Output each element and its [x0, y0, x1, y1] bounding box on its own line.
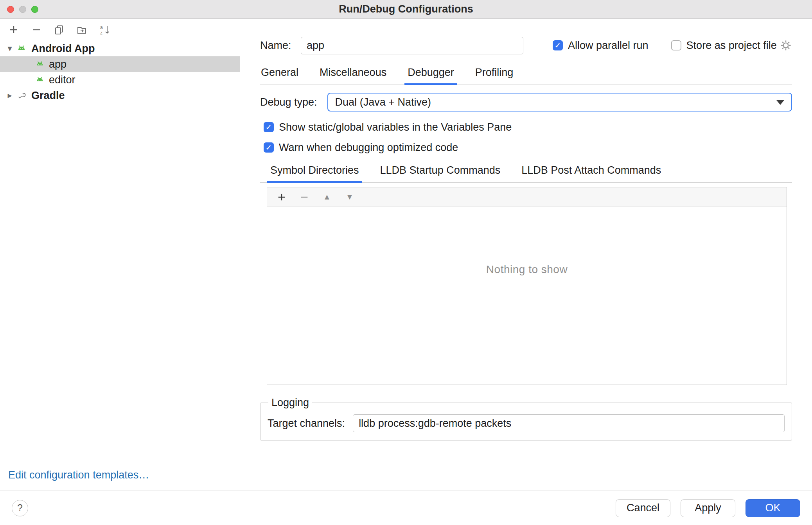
apply-button[interactable]: Apply	[681, 499, 735, 517]
tree-item-app[interactable]: app	[0, 56, 240, 72]
copy-icon[interactable]	[53, 24, 65, 36]
gradle-icon	[16, 90, 27, 101]
footer-buttons: Cancel Apply OK	[616, 499, 800, 517]
target-channels-input[interactable]	[353, 414, 785, 432]
sort-icon[interactable]: a z	[99, 24, 110, 36]
allow-parallel-run-option[interactable]: Allow parallel run	[553, 40, 649, 52]
configuration-form: Name: Allow parallel run Store as projec…	[240, 19, 812, 491]
lldb-subtabs: Symbol Directories LLDB Startup Commands…	[260, 164, 792, 183]
store-as-project-file-option[interactable]: Store as project file	[671, 40, 777, 52]
cancel-button[interactable]: Cancel	[616, 499, 670, 517]
tab-general[interactable]: General	[260, 67, 299, 85]
show-static-variables-label: Show static/global variables in the Vari…	[279, 121, 512, 133]
configurations-sidebar: a z ▾ Android App	[0, 19, 240, 491]
configurations-tree: ▾ Android App	[0, 41, 240, 103]
target-channels-label: Target channels:	[268, 417, 345, 430]
tab-lldb-post-attach-commands[interactable]: LLDB Post Attach Commands	[521, 164, 662, 182]
table-toolbar: ▲ ▼	[267, 187, 787, 207]
add-icon[interactable]	[8, 24, 20, 36]
debug-type-dropdown[interactable]: Dual (Java + Native)	[327, 93, 792, 111]
allow-parallel-run-checkbox[interactable]	[553, 40, 563, 50]
name-row: Name: Allow parallel run Store as projec…	[260, 36, 792, 55]
tab-symbol-directories[interactable]: Symbol Directories	[269, 164, 360, 182]
help-button[interactable]: ?	[12, 500, 28, 516]
allow-parallel-run-label: Allow parallel run	[568, 40, 649, 52]
table-empty-state: Nothing to show	[267, 207, 787, 385]
window-controls	[7, 0, 38, 18]
logging-legend: Logging	[268, 397, 312, 409]
android-icon	[16, 43, 27, 54]
warn-optimized-code-option[interactable]: Warn when debugging optimized code	[260, 137, 792, 158]
debug-type-value: Dual (Java + Native)	[335, 96, 431, 108]
chevron-down-icon[interactable]: ▾	[4, 43, 16, 54]
android-icon	[34, 58, 46, 70]
dialog-footer: ? Cancel Apply OK	[0, 491, 812, 525]
tab-debugger[interactable]: Debugger	[407, 67, 455, 85]
name-input[interactable]	[301, 37, 523, 54]
tab-lldb-startup-commands[interactable]: LLDB Startup Commands	[379, 164, 501, 182]
titlebar: Run/Debug Configurations	[0, 0, 812, 19]
chevron-down-icon	[776, 100, 784, 105]
name-label: Name:	[260, 40, 295, 52]
move-up-icon[interactable]: ▲	[321, 191, 333, 203]
svg-text:a: a	[100, 25, 103, 30]
gear-icon[interactable]	[780, 39, 792, 52]
tab-miscellaneous[interactable]: Miscellaneous	[319, 67, 387, 85]
store-as-project-file-checkbox[interactable]	[671, 40, 681, 50]
tree-item-editor[interactable]: editor	[0, 72, 240, 88]
question-mark-icon: ?	[17, 502, 23, 514]
chevron-right-icon[interactable]: ▸	[4, 90, 16, 101]
debug-type-row: Debug type: Dual (Java + Native)	[260, 93, 792, 111]
tree-group-label: Gradle	[31, 90, 65, 102]
android-icon	[34, 74, 46, 86]
sidebar-toolbar: a z	[0, 19, 240, 41]
show-static-variables-checkbox[interactable]	[264, 122, 274, 132]
new-folder-icon[interactable]	[76, 24, 88, 36]
edit-configuration-templates-link[interactable]: Edit configuration templates…	[8, 469, 149, 481]
logging-group: Logging Target channels:	[260, 397, 792, 440]
tree-group-gradle[interactable]: ▸ Gradle	[0, 88, 240, 103]
tree-item-label: editor	[49, 74, 75, 86]
run-debug-configurations-dialog: Run/Debug Configurations	[0, 0, 812, 525]
tab-profiling[interactable]: Profiling	[474, 67, 514, 85]
tree-item-label: app	[49, 58, 66, 70]
debugger-options: Show static/global variables in the Vari…	[260, 117, 792, 158]
tree-group-android-app[interactable]: ▾ Android App	[0, 41, 240, 56]
ok-button[interactable]: OK	[746, 499, 800, 517]
remove-icon[interactable]	[298, 191, 310, 203]
add-icon[interactable]	[276, 191, 287, 203]
config-tabs: General Miscellaneous Debugger Profiling	[260, 67, 792, 85]
symbol-directories-table: ▲ ▼ Nothing to show	[267, 187, 787, 385]
close-window-button[interactable]	[7, 6, 14, 13]
svg-text:z: z	[100, 30, 102, 35]
warn-optimized-code-label: Warn when debugging optimized code	[279, 142, 458, 154]
debug-type-label: Debug type:	[260, 96, 317, 108]
store-as-project-file-label: Store as project file	[686, 40, 777, 52]
minimize-window-button[interactable]	[19, 6, 26, 13]
warn-optimized-code-checkbox[interactable]	[264, 142, 274, 153]
move-down-icon[interactable]: ▼	[344, 191, 356, 203]
zoom-window-button[interactable]	[31, 6, 38, 13]
remove-icon[interactable]	[31, 24, 42, 36]
target-channels-row: Target channels:	[268, 414, 785, 432]
show-static-variables-option[interactable]: Show static/global variables in the Vari…	[260, 117, 792, 137]
tree-group-label: Android App	[31, 43, 95, 55]
empty-state-text: Nothing to show	[486, 263, 568, 276]
window-title: Run/Debug Configurations	[339, 3, 473, 15]
